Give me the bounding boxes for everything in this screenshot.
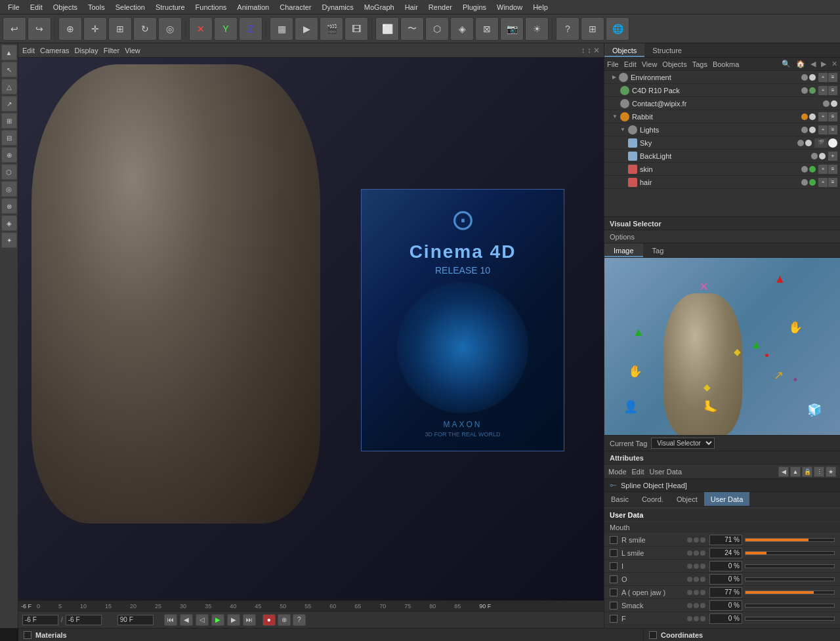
play-reverse-button[interactable]: ◁ [196,614,209,626]
rotate-tool-button[interactable]: ↻ [133,17,157,41]
render-region-button[interactable]: ▦ [270,17,293,41]
attr-nav-up[interactable]: ▲ [790,466,801,477]
action1[interactable]: 🎬 [814,138,828,148]
rsmile-value[interactable]: 71 % [709,535,742,545]
light-button[interactable]: ☀ [525,17,549,41]
rsmile-track[interactable] [745,538,835,542]
o-checkbox[interactable] [610,575,618,583]
frame-start-input[interactable] [22,615,58,625]
z-axis-button[interactable]: Z [239,17,262,41]
render-settings-button[interactable]: 🎬 [320,17,343,41]
lsmile-checkbox[interactable] [610,549,618,557]
vs-icon-foot[interactable]: 🦶 [704,400,718,414]
obj-row-environment[interactable]: ▶ Environment + ≡ [604,71,840,84]
internet-button[interactable]: 🌐 [606,17,629,41]
o-value[interactable]: 0 % [709,574,742,585]
vs-icon-cross[interactable]: ✕ [699,279,709,294]
move-tool-button[interactable]: ✛ [83,17,107,41]
vp-edit[interactable]: Edit [22,47,35,54]
render-queue-button[interactable]: ⊞ [581,17,604,41]
vs-icon-person[interactable]: 👤 [623,400,638,414]
vs-icon-diamond-2[interactable]: ◆ [704,382,711,392]
x-axis-button[interactable]: ✕ [189,17,213,41]
anim-btn-3[interactable]: ? [293,614,306,626]
obj-menu-objects[interactable]: Objects [662,60,686,68]
obj-row-lights[interactable]: ▼ Lights + ≡ [604,123,840,136]
a-value[interactable]: 77 % [709,587,742,598]
vs-options-label[interactable]: Options [610,233,635,241]
vs-icon-dot-purple[interactable]: ● [793,375,797,384]
menu-animation[interactable]: Animation [232,0,274,14]
home-icon[interactable]: 🏠 [796,60,805,68]
close-icon[interactable]: ✕ [831,60,837,68]
nav-left-icon[interactable]: ◀ [810,60,816,68]
action1[interactable]: + [818,73,828,82]
obj-menu-edit[interactable]: Edit [624,60,637,68]
obj-menu-bookmarks[interactable]: Bookma [713,60,739,68]
menu-file[interactable]: File [3,0,25,14]
a-checkbox[interactable] [610,589,618,596]
step-forward-button[interactable]: ▶ [227,614,240,626]
menu-render[interactable]: Render [423,0,457,14]
action1[interactable]: + [818,178,828,187]
vs-tab-tag[interactable]: Tag [643,243,673,257]
obj-menu-tags[interactable]: Tags [692,60,707,68]
lsmile-value[interactable]: 24 % [709,548,742,558]
left-tool-12[interactable]: ✦ [1,232,17,248]
attr-nav-dots[interactable]: ⋮ [814,466,824,477]
action2[interactable]: ≡ [828,73,837,82]
left-tool-6[interactable]: ⊟ [1,130,17,146]
o-track[interactable] [745,577,835,581]
vs-icon-arrow[interactable]: ↗ [774,368,784,383]
left-tool-2[interactable]: ↖ [1,62,17,77]
play-button[interactable]: ▶ [211,614,224,626]
vs-icon-triangle-green-1[interactable]: ▲ [633,325,644,339]
left-tool-1[interactable]: ▲ [1,45,17,60]
f-value[interactable]: 0 % [709,613,742,624]
camera-button[interactable]: 📷 [500,17,524,41]
goto-end-button[interactable]: ⏭ [243,614,256,626]
vp-view[interactable]: View [125,47,140,54]
y-axis-button[interactable]: Y [214,17,238,41]
cube-button[interactable]: ⬜ [375,17,399,41]
action2[interactable]: ≡ [828,165,837,174]
action1[interactable]: + [818,125,828,134]
smack-checkbox[interactable] [610,602,618,610]
attr-nav-left[interactable]: ◀ [778,466,789,477]
obj-row-backlight[interactable]: BackLight + [604,150,840,163]
menu-objects[interactable]: Objects [48,0,83,14]
menu-functions[interactable]: Functions [190,0,232,14]
obj-row-rabbit[interactable]: ▼ Rabbit + ≡ [604,110,840,123]
obj-menu-view[interactable]: View [642,60,658,68]
vs-tab-image[interactable]: Image [604,243,643,257]
spline-button[interactable]: 〜 [400,17,424,41]
vs-icon-diamond-1[interactable]: ◆ [734,346,741,357]
menu-selection[interactable]: Selection [110,0,150,14]
nav-right-icon[interactable]: ▶ [821,60,826,68]
menu-character[interactable]: Character [274,0,316,14]
action2[interactable]: ≡ [828,86,837,95]
action1[interactable]: + [818,86,828,95]
tab-structure[interactable]: Structure [644,43,690,57]
menu-tools[interactable]: Tools [83,0,110,14]
frame-end-input[interactable] [117,615,154,625]
array-button[interactable]: ⊠ [475,17,499,41]
rsmile-checkbox[interactable] [610,536,618,544]
goto-start-button[interactable]: ⏮ [164,614,177,626]
action2[interactable]: ≡ [828,125,837,134]
action1[interactable]: + [818,165,828,174]
live-select-button[interactable]: ◎ [158,17,182,41]
obj-row-c4dpack[interactable]: C4D R10 Pack + ≡ [604,84,840,97]
left-tool-4[interactable]: ↗ [1,96,17,112]
left-tool-8[interactable]: ⬡ [1,164,17,180]
f-track[interactable] [745,617,835,621]
render-to-po-button[interactable]: 🎞 [345,17,368,41]
tab-objects[interactable]: Objects [604,43,644,57]
action1[interactable]: + [828,152,837,161]
obj-row-skin[interactable]: skin + ≡ [604,163,840,176]
menu-plugins[interactable]: Plugins [457,0,492,14]
attr-mode[interactable]: Mode [608,468,627,476]
vs-icon-hand-red[interactable]: ✋ [788,320,803,335]
materials-checkbox[interactable] [24,631,32,639]
vs-icon-dot-red[interactable]: ● [765,350,769,360]
